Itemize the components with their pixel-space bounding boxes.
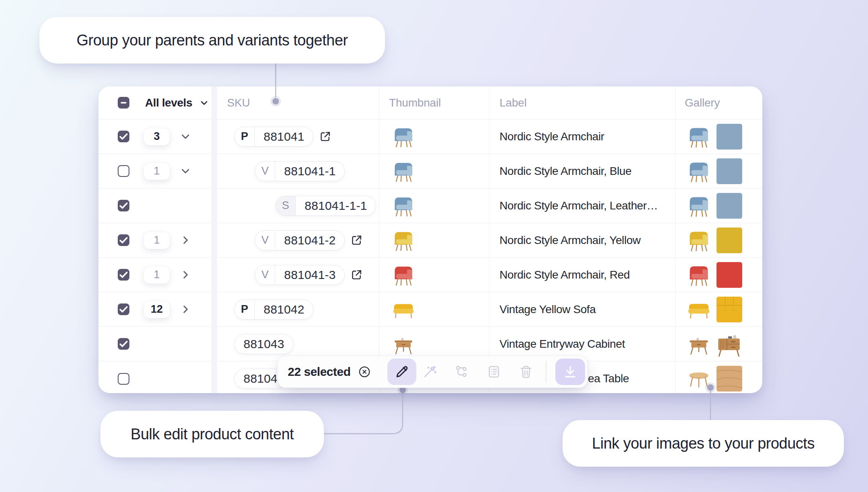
cell-sku: P881042	[217, 292, 379, 326]
cell-select	[98, 189, 211, 223]
external-link-icon[interactable]	[351, 269, 362, 280]
cell-sku: V881041-3	[217, 258, 379, 292]
callout-group-text: Group your parents and variants together	[77, 32, 348, 49]
row-checkbox[interactable]	[118, 338, 129, 350]
sku-pill: 881043	[234, 334, 293, 354]
cell-select: 12	[98, 292, 211, 326]
cell-gallery	[675, 119, 762, 154]
cell-select	[98, 327, 211, 361]
hierarchy-icon[interactable]	[454, 364, 469, 379]
column-header-thumbnail: Thumbnail	[379, 86, 489, 119]
sku-value: 881041-1	[275, 162, 344, 181]
cell-label: Nordic Style Armchair, Blue	[489, 154, 675, 188]
list-icon[interactable]	[486, 364, 502, 379]
external-link-icon[interactable]	[320, 131, 331, 142]
gallery-image	[716, 158, 743, 184]
row-checkbox[interactable]	[118, 303, 129, 315]
gallery-image	[716, 227, 743, 254]
chevron-down-icon[interactable]	[179, 165, 192, 178]
gallery-image	[688, 367, 710, 390]
variant-count-badge: 1	[143, 266, 170, 284]
row-checkbox[interactable]	[118, 234, 129, 246]
cell-sku: S881041-1-1	[217, 189, 379, 223]
gallery-image	[716, 193, 743, 219]
gallery-image	[688, 264, 710, 286]
gallery-image	[716, 296, 743, 323]
table-row: 3 P881041 Nordic Style Armchair	[98, 119, 762, 154]
sku-type-badge: S	[276, 196, 296, 215]
sku-type-badge: P	[235, 127, 255, 146]
variant-count-badge: 1	[143, 232, 170, 249]
cell-thumbnail	[379, 223, 489, 257]
wand-icon[interactable]	[422, 364, 437, 379]
chevron-down-icon[interactable]	[179, 130, 192, 143]
cell-label: Vintage Yellow Sofa	[489, 292, 675, 326]
cell-thumbnail	[379, 258, 489, 292]
x-circle-icon[interactable]	[358, 365, 371, 379]
gallery-image	[716, 331, 742, 357]
gallery-image	[688, 160, 710, 182]
product-thumbnail	[393, 299, 414, 320]
sku-value: 881041-1-1	[296, 196, 376, 215]
product-thumbnail	[393, 230, 414, 251]
cell-select: 1	[98, 258, 211, 292]
page: Group your parents and variants together…	[0, 0, 868, 492]
product-thumbnail	[393, 195, 414, 217]
row-checkbox[interactable]	[118, 269, 129, 281]
all-levels-dropdown[interactable]: All levels	[145, 96, 192, 109]
cell-gallery	[675, 258, 762, 292]
sku-value: 881041-2	[275, 231, 344, 250]
cell-sku: P881041	[217, 119, 379, 154]
product-thumbnail	[393, 160, 414, 182]
sku-pill: S881041-1-1	[275, 196, 376, 216]
variant-count-badge: 1	[143, 162, 170, 180]
chevron-right-icon[interactable]	[179, 234, 192, 247]
gallery-image	[716, 365, 743, 392]
gallery-image	[688, 229, 710, 252]
gallery-image	[716, 123, 743, 150]
select-all-checkbox[interactable]	[118, 97, 129, 109]
chevron-down-icon[interactable]	[199, 97, 210, 109]
gallery-image	[688, 125, 710, 148]
table-row: S881041-1-1 Nordic Style Armchair, Leath…	[98, 189, 762, 223]
sku-type-badge: V	[255, 231, 275, 250]
cell-gallery	[675, 154, 762, 188]
cell-thumbnail	[379, 119, 489, 154]
gallery-image	[688, 298, 710, 321]
sku-value: 881041	[255, 127, 313, 146]
pencil-icon[interactable]	[387, 359, 416, 385]
cell-thumbnail	[379, 154, 489, 188]
row-checkbox[interactable]	[118, 373, 129, 385]
gallery-image	[688, 333, 710, 355]
row-checkbox[interactable]	[118, 200, 129, 211]
cell-gallery	[675, 223, 762, 257]
product-thumbnail	[393, 264, 414, 286]
sku-value: 881041-3	[275, 265, 344, 285]
external-link-icon[interactable]	[351, 235, 362, 246]
cell-label: Nordic Style Armchair, Leather…	[489, 189, 675, 223]
gallery-image	[688, 195, 710, 217]
selection-toolbar: 22 selected	[277, 356, 588, 388]
trash-icon[interactable]	[518, 364, 534, 379]
cell-label: Nordic Style Armchair, Red	[489, 258, 675, 292]
product-thumbnail	[393, 333, 414, 355]
cell-label: Nordic Style Armchair	[489, 119, 675, 154]
table-header-row: All levels SKU Thumbnail Label Gallery	[98, 86, 762, 119]
callout-bulk-text: Bulk edit product content	[131, 426, 294, 443]
callout-group-variants: Group your parents and variants together	[39, 17, 385, 64]
callout-link-text: Link your images to your products	[592, 435, 815, 452]
cell-thumbnail	[379, 189, 489, 223]
table-row: 1 V881041-3 Nordic Style Armchair, Red	[98, 258, 762, 292]
sku-type-badge: V	[255, 265, 275, 285]
sku-pill: V881041-1	[255, 161, 345, 181]
product-thumbnail	[393, 126, 414, 148]
download-icon[interactable]	[555, 359, 585, 385]
column-header-gallery: Gallery	[675, 86, 762, 119]
row-checkbox[interactable]	[118, 131, 129, 142]
cell-sku: V881041-2	[217, 223, 379, 257]
selected-count: 22 selected	[288, 365, 350, 379]
chevron-right-icon[interactable]	[179, 303, 192, 316]
row-checkbox[interactable]	[118, 165, 129, 177]
chevron-right-icon[interactable]	[179, 269, 192, 281]
callout-link-images: Link your images to your products	[563, 420, 844, 467]
